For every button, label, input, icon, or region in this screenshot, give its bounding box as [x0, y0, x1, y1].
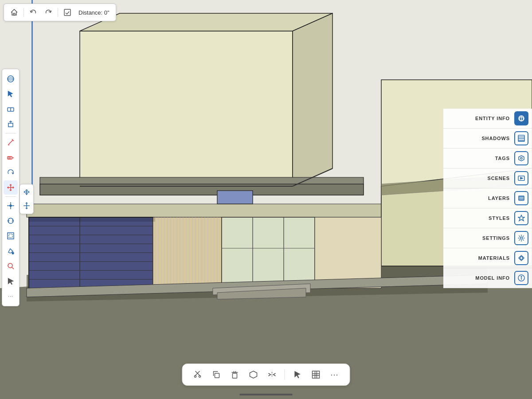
sync-tool[interactable]: [4, 214, 18, 228]
distance-indicator: Distance: 0": [76, 9, 112, 16]
svg-rect-112: [215, 373, 219, 378]
svg-marker-7: [40, 184, 364, 195]
svg-marker-119: [295, 371, 301, 378]
redo-button[interactable]: [42, 6, 55, 19]
svg-point-111: [199, 376, 201, 377]
svg-marker-62: [8, 91, 13, 97]
svg-rect-79: [9, 234, 12, 238]
move-tool[interactable]: [4, 180, 18, 195]
delete-button[interactable]: [227, 367, 243, 383]
svg-rect-57: [13, 13, 15, 15]
search-tool[interactable]: [4, 259, 18, 273]
layers-panel[interactable]: LAYERS: [443, 188, 532, 208]
styles-panel[interactable]: STYLES: [443, 208, 532, 228]
scenes-panel[interactable]: SCENES: [443, 168, 532, 188]
materials-label: MATERIALS: [478, 255, 510, 261]
move-free-button[interactable]: [20, 200, 33, 212]
move-up-button[interactable]: [20, 186, 33, 199]
tags-panel[interactable]: TAGS: [443, 149, 532, 168]
home-button[interactable]: [8, 6, 21, 19]
styles-icon: [514, 211, 528, 225]
styles-label: STYLES: [489, 215, 510, 221]
move-secondary-panel: [20, 184, 34, 214]
select-tool[interactable]: [4, 87, 18, 101]
grid-button[interactable]: [308, 367, 324, 383]
svg-rect-120: [313, 371, 320, 378]
svg-rect-65: [8, 123, 13, 127]
svg-point-77: [10, 205, 12, 207]
svg-point-104: [520, 257, 523, 259]
right-panel: ENTITY INFO SHADOWS TAGS: [443, 109, 532, 288]
model-info-panel[interactable]: MODEL INFO: [443, 268, 532, 288]
save-button[interactable]: [61, 6, 74, 19]
push-pull-tool[interactable]: [4, 117, 18, 131]
layers-label: LAYERS: [488, 196, 510, 201]
svg-point-95: [520, 157, 522, 159]
svg-point-103: [520, 237, 523, 239]
top-toolbar: Distance: 0": [4, 4, 116, 21]
svg-rect-58: [64, 9, 70, 16]
flip-button[interactable]: [264, 367, 280, 383]
svg-line-82: [12, 267, 14, 269]
pan-tool[interactable]: [4, 199, 18, 213]
undo-button[interactable]: [27, 6, 40, 19]
toolbar-separator-2: [5, 196, 16, 197]
shadows-label: SHADOWS: [481, 136, 510, 141]
bottom-select-button[interactable]: [289, 367, 305, 383]
svg-marker-5: [80, 13, 332, 31]
settings-icon: [514, 231, 528, 245]
arrow-select-tool[interactable]: [4, 274, 18, 288]
svg-marker-94: [519, 156, 524, 161]
frame-tool[interactable]: [4, 229, 18, 243]
entity-info-icon: [514, 111, 528, 125]
layers-icon: [514, 191, 528, 205]
tags-icon: [514, 151, 528, 165]
scenes-label: SCENES: [487, 176, 510, 181]
toolbar-divider-2: [58, 8, 58, 17]
settings-panel[interactable]: SETTINGS: [443, 228, 532, 248]
svg-rect-43: [222, 217, 315, 288]
svg-line-67: [8, 140, 13, 145]
copy-button[interactable]: [208, 367, 224, 383]
svg-marker-83: [8, 278, 14, 285]
svg-marker-6: [293, 13, 332, 186]
svg-rect-113: [233, 373, 237, 378]
left-toolbar: ···: [2, 69, 20, 306]
tape-measure-tool[interactable]: [4, 150, 18, 164]
home-indicator: [239, 394, 293, 395]
scenes-icon: [514, 171, 528, 185]
bottom-separator: [285, 369, 285, 380]
svg-marker-117: [250, 371, 257, 378]
svg-rect-10: [217, 191, 253, 204]
cut-button[interactable]: [190, 367, 206, 383]
svg-rect-21: [153, 217, 222, 288]
orbit-tool[interactable]: [4, 72, 18, 86]
svg-marker-97: [520, 177, 523, 179]
draw-tool[interactable]: [4, 135, 18, 149]
svg-marker-9: [27, 204, 381, 217]
axis-line: [32, 0, 33, 186]
eraser-tool[interactable]: [4, 102, 18, 116]
bottom-more-button[interactable]: ···: [327, 367, 343, 383]
entity-info-label: ENTITY INFO: [475, 116, 510, 121]
rotate-tool[interactable]: [4, 165, 18, 180]
svg-rect-78: [8, 233, 14, 239]
toolbar-separator-1: [5, 133, 16, 133]
tags-label: TAGS: [495, 156, 510, 161]
svg-rect-69: [8, 156, 12, 159]
transform-button[interactable]: [246, 367, 262, 383]
bottom-toolbar: ···: [182, 364, 350, 386]
toolbar-divider: [23, 8, 24, 17]
svg-marker-4: [80, 31, 293, 186]
more-tools[interactable]: ···: [4, 289, 18, 303]
svg-marker-8: [40, 177, 364, 184]
shadows-panel[interactable]: SHADOWS: [443, 129, 532, 149]
svg-point-80: [12, 252, 14, 254]
paint-bucket-tool[interactable]: [4, 244, 18, 258]
shadows-icon: [514, 131, 528, 145]
model-info-icon: [514, 271, 528, 285]
materials-panel[interactable]: MATERIALS: [443, 248, 532, 268]
entity-info-panel[interactable]: ENTITY INFO: [443, 109, 532, 129]
svg-marker-53: [29, 217, 155, 222]
model-info-label: MODEL INFO: [475, 275, 510, 281]
